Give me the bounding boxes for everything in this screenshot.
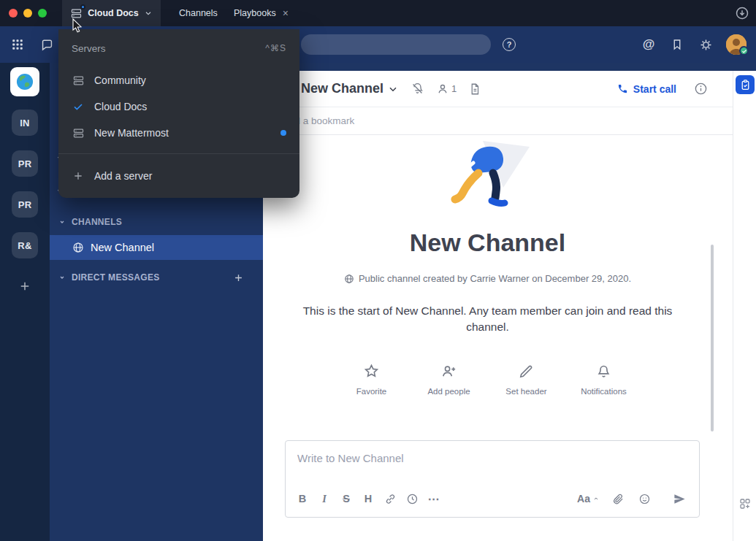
main-panel: New Channel 1: [263, 71, 733, 541]
member-count-label: 1: [451, 83, 457, 94]
zoom-window-button[interactable]: [38, 9, 47, 18]
titlebar: Cloud Docs Channels Playbooks ×: [0, 0, 756, 26]
saved-messages-icon[interactable]: [670, 37, 684, 52]
public-channel-globe-icon: [72, 242, 84, 253]
globe-avatar-icon: [15, 72, 35, 92]
at-glyph: @: [643, 37, 655, 52]
members-button[interactable]: 1: [435, 82, 457, 96]
intro-channel-title: New Channel: [263, 229, 712, 257]
settings-gear-icon[interactable]: [698, 37, 713, 52]
menu-item-community[interactable]: Community: [58, 67, 299, 93]
team-sidebar: IN PR PR R&: [0, 63, 50, 541]
direct-messages-section-header[interactable]: DIRECT MESSAGES: [50, 267, 263, 288]
sidebar-item-new-channel[interactable]: New Channel: [50, 235, 263, 260]
mouse-cursor: [72, 18, 83, 34]
team-badges: IN PR PR R&: [12, 110, 38, 258]
channel-title[interactable]: New Channel: [301, 81, 383, 96]
check-icon: [72, 100, 85, 113]
download-update-icon[interactable]: [735, 6, 749, 20]
server-icon: [72, 126, 85, 139]
team-badge[interactable]: IN: [12, 110, 38, 136]
team-initials: PR: [18, 158, 32, 169]
show-formatting-button[interactable]: Aa: [574, 493, 603, 504]
mattermost-window: Cloud Docs Channels Playbooks ×: [0, 0, 756, 541]
menu-item-cloud-docs[interactable]: Cloud Docs: [58, 93, 299, 120]
mute-bell-off-icon[interactable]: [411, 82, 424, 96]
channels-section-label: CHANNELS: [72, 217, 122, 227]
product-switcher-grid-icon[interactable]: [10, 37, 25, 52]
channels-section-header[interactable]: CHANNELS: [50, 212, 263, 232]
minimize-window-button[interactable]: [23, 9, 32, 18]
dm-section-label: DIRECT MESSAGES: [72, 272, 160, 283]
online-status-badge: [739, 46, 749, 55]
send-message-icon[interactable]: [668, 488, 690, 510]
start-call-button[interactable]: Start call: [617, 83, 676, 95]
close-window-button[interactable]: [9, 9, 18, 18]
add-people-button[interactable]: Add people: [425, 363, 473, 396]
server-icon: [70, 7, 83, 20]
server-tab-label: Cloud Docs: [88, 8, 138, 18]
channels-product-icon[interactable]: [39, 37, 54, 52]
strikethrough-button[interactable]: S: [335, 488, 357, 510]
team-initials: IN: [20, 118, 30, 128]
set-header-button[interactable]: Set header: [503, 363, 551, 396]
server-icon: [72, 74, 85, 87]
active-server-avatar[interactable]: [10, 67, 39, 96]
menu-item-label: New Mattermost: [94, 127, 169, 139]
close-tab-icon[interactable]: ×: [283, 8, 289, 18]
help-icon[interactable]: ?: [503, 38, 516, 51]
menu-item-new-mattermost[interactable]: New Mattermost: [58, 120, 299, 146]
channel-header: New Channel 1: [263, 71, 733, 107]
message-input[interactable]: [286, 441, 699, 464]
attach-file-paperclip-icon[interactable]: [607, 488, 629, 510]
bold-button[interactable]: B: [291, 488, 313, 510]
emoji-icon[interactable]: [633, 488, 655, 510]
scrollbar-thumb[interactable]: [711, 245, 714, 431]
bookmark-bar: Add a bookmark: [263, 107, 733, 135]
playbooks-app-icon[interactable]: [736, 75, 755, 94]
window-controls: [9, 9, 47, 18]
tab-playbooks[interactable]: Playbooks ×: [234, 0, 289, 26]
team-badge[interactable]: PR: [12, 191, 38, 218]
members-icon: [435, 82, 449, 96]
help-glyph: ?: [507, 40, 512, 49]
pinned-files-icon[interactable]: [467, 82, 481, 96]
intro-meta-text: Public channel created by Carrie Warner …: [359, 273, 631, 284]
heading-button[interactable]: H: [357, 488, 379, 510]
clock-icon[interactable]: [401, 488, 423, 510]
add-server-button[interactable]: Add a server: [58, 161, 299, 191]
link-icon[interactable]: [379, 488, 401, 510]
notifications-button[interactable]: Notifications: [580, 363, 628, 396]
search-input[interactable]: [301, 34, 491, 55]
more-formatting-icon[interactable]: ⋯: [423, 488, 445, 510]
action-label: Set header: [505, 387, 546, 396]
channel-intro: New Channel Public channel created by Ca…: [263, 135, 733, 396]
caret-up-icon: [592, 495, 600, 502]
italic-button[interactable]: I: [313, 488, 335, 510]
tab-channels[interactable]: Channels: [179, 0, 218, 26]
team-badge[interactable]: PR: [12, 150, 38, 177]
add-direct-message-icon[interactable]: [233, 272, 244, 283]
public-channel-globe-icon: [344, 274, 354, 284]
intro-actions: Favorite Add people: [263, 363, 712, 396]
channel-info-icon[interactable]: [694, 82, 708, 96]
team-badge[interactable]: R&: [12, 232, 38, 258]
apps-grid-icon[interactable]: [738, 497, 752, 510]
composer-right-controls: Aa: [574, 488, 690, 510]
favorite-button[interactable]: Favorite: [348, 363, 396, 396]
channel-menu-chevron-icon[interactable]: [387, 83, 399, 95]
chevron-down-icon: [144, 9, 153, 18]
chevron-down-icon: [58, 218, 66, 226]
menu-item-label: Cloud Docs: [94, 101, 147, 112]
servers-menu-items: Community Cloud Docs New Mattermost: [58, 67, 299, 146]
servers-menu-shortcut: ^⌘S: [265, 43, 286, 53]
person-plus-icon: [440, 363, 457, 380]
right-app-bar: [733, 71, 756, 541]
menu-item-label: Community: [94, 74, 146, 86]
menu-divider: [58, 153, 299, 154]
mentions-icon[interactable]: @: [641, 37, 656, 52]
add-team-button[interactable]: [15, 276, 35, 296]
action-label: Add people: [427, 387, 470, 396]
channel-name-label: New Channel: [91, 242, 154, 253]
star-icon: [363, 363, 380, 380]
